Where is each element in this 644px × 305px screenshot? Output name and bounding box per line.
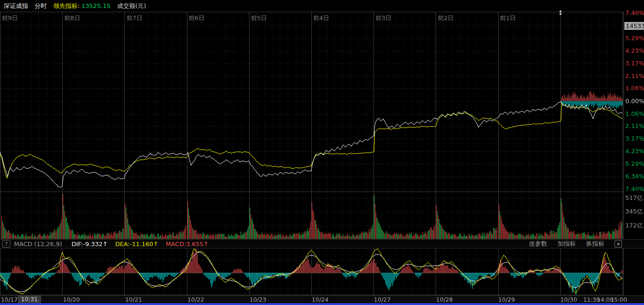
time-label: 10/28 (436, 296, 453, 303)
price-axis-label: 5.29% (625, 160, 644, 168)
macd-indicator-name: MACD (12,26,9) (14, 241, 62, 248)
price-axis-label: 5.29% (625, 35, 644, 42)
volume-axis-label: 345亿 (625, 208, 644, 215)
macd-chart-canvas[interactable] (0, 248, 623, 295)
macd-dea-value: DEA:-11.160↑ (115, 241, 158, 248)
day-label: 前4日 (313, 14, 329, 22)
price-panel-top-border (0, 12, 624, 12)
index-name: 深证成指 (4, 2, 28, 10)
price-axis-label: 1.06% (625, 85, 644, 92)
resize-cursor-icon: ↕ (558, 9, 563, 16)
time-label: 10/23 (250, 296, 266, 303)
time-label: 10/30 (560, 296, 577, 303)
time-label: 10/22 (187, 296, 204, 303)
time-label: 10/24 (312, 296, 329, 303)
change-params-button[interactable]: 改参数 (529, 240, 547, 248)
switch-indicator-button[interactable]: 换指标 (586, 240, 604, 248)
day-label: 前6日 (189, 14, 205, 22)
price-axis-label: 1.06% (625, 110, 644, 118)
day-label: 前5日 (251, 14, 267, 22)
chart-mode-label: 分时 (35, 2, 47, 10)
close-indicator-icon[interactable]: × (615, 240, 622, 248)
macd-dif-value: DIF:-9.332↑ (72, 241, 108, 248)
day-label: 前9日 (2, 14, 18, 22)
time-label: 10/20 (63, 296, 80, 303)
price-axis-label: 2.11% (625, 72, 644, 80)
price-axis-label: 0.00% (625, 98, 644, 105)
macd-macd-value: MACD:3.655↑ (166, 241, 208, 248)
window-bottom-strip (0, 303, 644, 305)
app-window: 深证成指 分时 领先指标: 13525.15 成交额(元) 前9日前8日前7日前… (0, 0, 644, 305)
price-axis-label: 4.23% (625, 148, 644, 155)
header: 深证成指 分时 领先指标: 13525.15 成交额(元) (0, 0, 644, 12)
volume-chart-canvas[interactable] (0, 192, 623, 239)
price-axis-label: 2.11% (625, 122, 644, 130)
price-axis-value-badge: 14533. (624, 22, 644, 30)
price-chart-canvas[interactable] (0, 12, 623, 192)
help-icon[interactable]: ? (2, 240, 10, 248)
time-label: 10/27 (374, 296, 391, 303)
time-label: 10/21 (125, 296, 142, 303)
leading-indicator-value: 13525.15 (81, 2, 110, 9)
price-axis-label: 7.40% (625, 9, 644, 17)
time-label: 10/17 (1, 296, 18, 303)
leading-indicator-label: 领先指标: (53, 2, 79, 10)
day-label: 前2日 (437, 14, 453, 22)
volume-axis-label: 517亿 (625, 194, 644, 202)
volume-panel-top-border (0, 192, 624, 192)
volume-axis-label: 172亿 (625, 222, 644, 229)
macd-toolbar: ? MACD (12,26,9) DIF:-9.332↑ DEA:-11.160… (0, 239, 644, 248)
price-axis-label: 7.40% (625, 185, 644, 193)
day-label: 前7日 (126, 14, 142, 22)
time-axis: 10/1710:3110/2010/2110/2210/2310/2410/27… (0, 295, 644, 303)
day-label: 前3日 (375, 14, 391, 22)
price-axis-label: 6.34% (625, 173, 644, 180)
turnover-label: 成交额(元) (117, 2, 146, 10)
time-label: 10/29 (498, 296, 515, 303)
plot-right-border (623, 12, 624, 295)
day-label: 前8日 (64, 14, 80, 22)
time-label-highlighted: 10:31 (18, 296, 41, 303)
add-indicator-button[interactable]: 加指标 (558, 240, 576, 248)
price-axis-label: 4.23% (625, 47, 644, 55)
time-label: 15:00 (610, 296, 627, 303)
price-axis-label: 3.17% (625, 135, 644, 142)
price-axis-label: 3.17% (625, 60, 644, 67)
day-label: 前1日 (500, 14, 516, 22)
